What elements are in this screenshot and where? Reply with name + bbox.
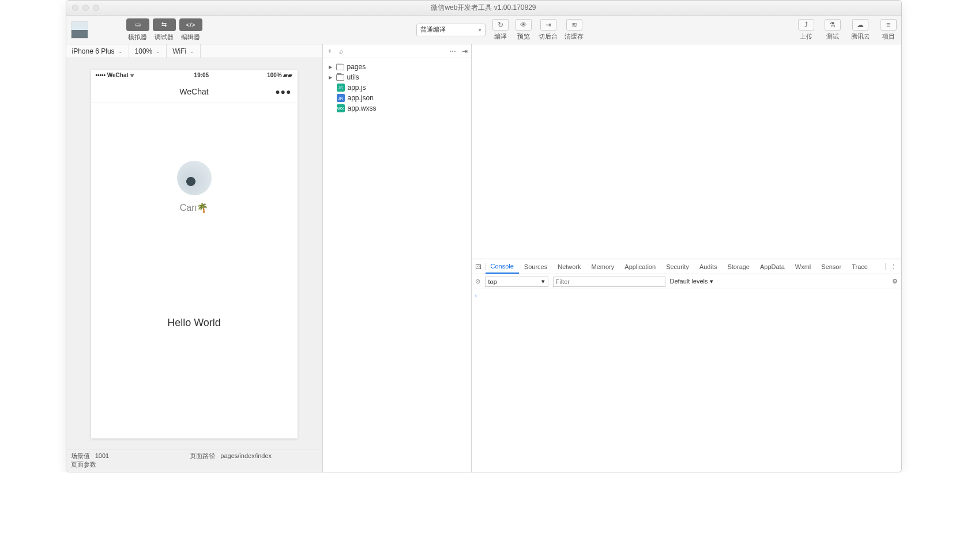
simulator-toolbar: iPhone 6 Plus⌄ 100%⌄ WiFi⌄ (66, 44, 322, 58)
file-tree: ▶pages ▶utils JSapp.js JNapp.json WXapp.… (323, 58, 471, 117)
context-select[interactable]: top▾ (485, 277, 548, 287)
file-app-wxss[interactable]: WXapp.wxss (323, 103, 471, 113)
simulator-footer: 场景值 1001 页面路径 pages/index/index 页面参数 (66, 449, 322, 472)
devtools-more-icon[interactable]: ⋮ (885, 263, 901, 270)
tab-memory[interactable]: Memory (586, 259, 620, 274)
folder-pages[interactable]: ▶pages (323, 62, 471, 72)
simulator-toggle[interactable]: ▭ 模拟器 (126, 18, 149, 41)
tab-network[interactable]: Network (552, 259, 586, 274)
add-file-icon[interactable]: ＋ (326, 46, 333, 56)
js-file-icon: JS (337, 84, 345, 92)
tab-application[interactable]: Application (619, 259, 661, 274)
swap-icon: ⇆ (153, 18, 176, 31)
phone-frame: ••••• WeChat ᯤ 19:05 100% ▰▰ WeChat ●●● … (91, 70, 298, 438)
cloud-label: 腾讯云 (851, 32, 870, 41)
folder-icon (336, 74, 344, 81)
device-label: iPhone 6 Plus (72, 47, 115, 55)
wxss-file-icon: WX (337, 104, 345, 112)
test-label: 测试 (826, 32, 839, 41)
caret-right-icon: ▶ (329, 75, 333, 80)
editor-label: 编辑器 (181, 33, 200, 41)
project-button[interactable]: ≡ 项目 (881, 19, 897, 41)
flask-icon: ⚗ (825, 19, 841, 31)
folder-icon (336, 64, 344, 70)
chevron-down-icon: ▾ (479, 27, 481, 33)
folder-name: pages (347, 63, 366, 71)
device-select[interactable]: iPhone 6 Plus⌄ (66, 44, 129, 58)
file-name: app.json (348, 94, 374, 102)
file-app-js[interactable]: JSapp.js (323, 82, 471, 93)
compile-button[interactable]: ↻ 编译 (492, 19, 509, 41)
zoom-select[interactable]: 100%⌄ (129, 44, 167, 58)
test-button[interactable]: ⚗ 测试 (825, 19, 841, 41)
user-avatar-large[interactable] (177, 161, 212, 195)
refresh-icon: ↻ (492, 19, 509, 31)
tab-audits[interactable]: Audits (694, 259, 723, 274)
debugger-toggle[interactable]: ⇆ 调试器 (153, 18, 176, 41)
menu-icon: ≡ (881, 19, 897, 31)
devtools-tabs: ⮹ Console Sources Network Memory Applica… (472, 259, 901, 274)
tab-wxml[interactable]: Wxml (790, 259, 817, 274)
tab-sensor[interactable]: Sensor (816, 259, 846, 274)
nav-title: WeChat (179, 87, 208, 96)
file-name: app.js (348, 84, 366, 92)
console-prompt-icon: › (475, 293, 477, 299)
code-icon: </> (179, 18, 202, 31)
context-label: top (488, 278, 497, 285)
compile-mode-select[interactable]: 普通编译 ▾ (416, 24, 486, 36)
chevron-down-icon: ▾ (541, 278, 545, 285)
file-toolbar: ＋ ⌕ ⋯ ⇥ (323, 44, 471, 58)
clear-console-icon[interactable]: ⊘ (475, 278, 480, 285)
user-name: Can🌴 (180, 202, 208, 213)
tab-appdata[interactable]: AppData (755, 259, 790, 274)
compile-label: 编译 (494, 32, 507, 41)
preview-label: 预览 (517, 32, 530, 41)
tab-security[interactable]: Security (661, 259, 694, 274)
search-icon[interactable]: ⌕ (339, 47, 343, 55)
more-icon[interactable]: ⋯ (449, 47, 456, 55)
devtools-panel: ⮹ Console Sources Network Memory Applica… (472, 259, 901, 472)
gear-icon[interactable]: ⚙ (892, 278, 898, 285)
status-bar: ••••• WeChat ᯤ 19:05 100% ▰▰ (91, 70, 298, 80)
tab-trace[interactable]: Trace (846, 259, 873, 274)
scene-label: 场景值 (71, 452, 90, 459)
simulator-label: 模拟器 (128, 33, 147, 41)
mini-program-navbar: WeChat ●●● (91, 80, 298, 103)
cloud-icon: ☁ (852, 19, 868, 31)
cloud-button[interactable]: ☁ 腾讯云 (851, 19, 870, 41)
clear-cache-button[interactable]: ≋ 清缓存 (565, 19, 584, 41)
levels-select[interactable]: Default levels ▾ (670, 278, 713, 285)
path-value: pages/index/index (220, 452, 272, 459)
console-output[interactable]: › (472, 289, 901, 472)
caret-right-icon: ▶ (329, 65, 333, 70)
collapse-icon[interactable]: ⇥ (462, 47, 468, 55)
eye-icon: 👁 (516, 19, 532, 31)
hello-text: Hello World (167, 317, 221, 329)
main-toolbar: ▭ 模拟器 ⇆ 调试器 </> 编辑器 普通编译 ▾ ↻ 编译 👁 (66, 16, 901, 44)
titlebar: 微信web开发者工具 v1.00.170829 (66, 1, 901, 16)
wifi-icon: ᯤ (130, 72, 136, 78)
carrier-label: ••••• WeChat ᯤ (96, 72, 136, 78)
upload-button[interactable]: ⤴ 上传 (798, 19, 814, 41)
folder-utils[interactable]: ▶utils (323, 72, 471, 82)
battery-icon: ▰▰ (283, 72, 292, 78)
editor-area[interactable] (472, 44, 901, 259)
user-avatar[interactable] (71, 21, 88, 39)
preview-button[interactable]: 👁 预览 (516, 19, 532, 41)
params-label: 页面参数 (71, 460, 96, 469)
tab-console[interactable]: Console (486, 259, 519, 274)
file-app-json[interactable]: JNapp.json (323, 93, 471, 103)
simulator-panel: iPhone 6 Plus⌄ 100%⌄ WiFi⌄ ••••• WeChat … (66, 44, 323, 472)
clear-cache-label: 清缓存 (565, 32, 584, 41)
filter-input[interactable] (553, 277, 665, 287)
element-picker-icon[interactable]: ⮹ (472, 263, 486, 270)
editor-toggle[interactable]: </> 编辑器 (179, 18, 202, 41)
console-toolbar: ⊘ top▾ Default levels ▾ ⚙ (472, 274, 901, 289)
compile-mode-label: 普通编译 (420, 25, 446, 34)
tab-storage[interactable]: Storage (722, 259, 755, 274)
network-select[interactable]: WiFi⌄ (167, 44, 201, 58)
tab-sources[interactable]: Sources (519, 259, 552, 274)
background-button[interactable]: ⇥ 切后台 (539, 19, 558, 41)
more-icon[interactable]: ●●● (275, 87, 291, 96)
network-label: WiFi (172, 47, 186, 55)
